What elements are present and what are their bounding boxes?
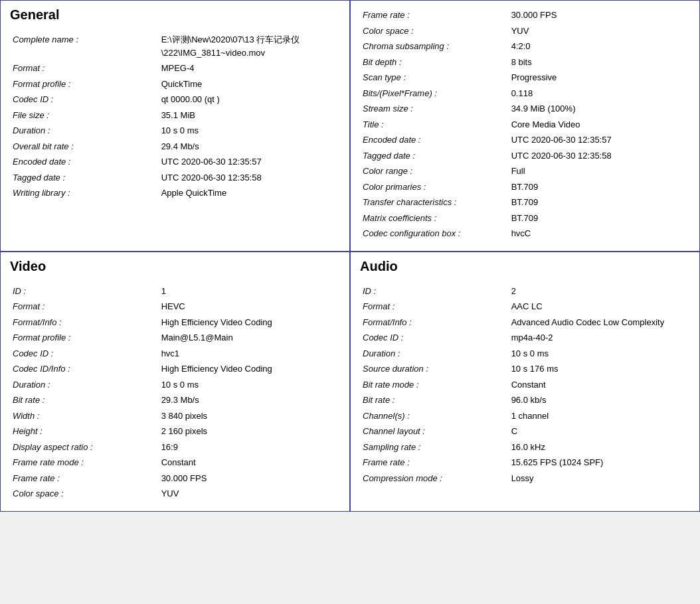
row-label: Bit rate mode :: [360, 377, 509, 393]
row-value: UTC 2020-06-30 12:35:57: [159, 154, 340, 170]
row-value: UTC 2020-06-30 12:35:58: [159, 170, 340, 186]
row-label: Format/Info :: [360, 315, 509, 331]
row-label: Tagged date :: [10, 170, 159, 186]
row-label: Source duration :: [360, 361, 509, 377]
table-row: Complete name :E:\评测\New\2020\07\13 行车记录…: [10, 32, 340, 60]
video-extra-table: Frame rate :30.000 FPSColor space :YUVCh…: [360, 7, 690, 242]
video-table: ID :1Format :HEVCFormat/Info :High Effic…: [10, 283, 340, 502]
row-label: Bit depth :: [360, 54, 509, 70]
row-label: Color space :: [10, 486, 159, 502]
table-row: Bits/(Pixel*Frame) :0.118: [360, 86, 690, 102]
table-row: Duration :10 s 0 ms: [360, 346, 690, 362]
audio-title: Audio: [360, 259, 690, 277]
row-label: Codec ID/Info :: [10, 361, 159, 377]
table-row: Channel(s) :1 channel: [360, 408, 690, 424]
row-label: Scan type :: [360, 70, 509, 86]
row-value: hvc1: [159, 346, 340, 362]
row-label: Bit rate :: [360, 392, 509, 408]
row-label: Frame rate mode :: [10, 455, 159, 471]
row-label: ID :: [360, 283, 509, 299]
row-label: Width :: [10, 408, 159, 424]
row-label: Duration :: [10, 377, 159, 393]
table-row: Encoded date :UTC 2020-06-30 12:35:57: [360, 132, 690, 148]
video-title: Video: [10, 259, 340, 277]
row-value: High Efficiency Video Coding: [159, 315, 340, 331]
table-row: Channel layout :C: [360, 423, 690, 439]
table-row: Codec ID :qt 0000.00 (qt ): [10, 92, 340, 108]
row-value: 2 160 pixels: [159, 423, 340, 439]
row-value: High Efficiency Video Coding: [159, 361, 340, 377]
table-row: Duration :10 s 0 ms: [10, 123, 340, 139]
row-label: Color primaries :: [360, 179, 509, 195]
row-value: UTC 2020-06-30 12:35:57: [509, 132, 690, 148]
table-row: Bit rate :29.3 Mb/s: [10, 392, 340, 408]
table-row: Format/Info :High Efficiency Video Codin…: [10, 315, 340, 331]
row-label: ID :: [10, 283, 159, 299]
row-label: Height :: [10, 423, 159, 439]
table-row: Writing library :Apple QuickTime: [10, 185, 340, 201]
row-value: Apple QuickTime: [159, 185, 340, 201]
row-label: Format profile :: [10, 76, 159, 92]
general-table: Complete name :E:\评测\New\2020\07\13 行车记录…: [10, 32, 340, 201]
table-row: ID :1: [10, 283, 340, 299]
row-value: Full: [509, 163, 690, 179]
row-label: Sampling rate :: [360, 439, 509, 455]
table-row: Duration :10 s 0 ms: [10, 377, 340, 393]
row-value: 10 s 0 ms: [159, 123, 340, 139]
row-value: HEVC: [159, 299, 340, 315]
row-value: 1: [159, 283, 340, 299]
table-row: Bit rate mode :Constant: [360, 377, 690, 393]
row-label: File size :: [10, 108, 159, 123]
row-label: Matrix coefficients :: [360, 210, 509, 226]
table-row: Stream size :34.9 MiB (100%): [360, 101, 690, 117]
row-value: Main@L5.1@Main: [159, 330, 340, 346]
table-row: Scan type :Progressive: [360, 70, 690, 86]
row-label: Format :: [360, 299, 509, 315]
row-value: YUV: [509, 23, 690, 39]
audio-panel: Audio ID :2Format :AAC LCFormat/Info :Ad…: [350, 252, 700, 512]
row-value: 10 s 0 ms: [509, 346, 690, 362]
row-value: BT.709: [509, 210, 690, 226]
table-row: Bit depth :8 bits: [360, 54, 690, 70]
table-row: Format :MPEG-4: [10, 60, 340, 76]
row-label: Channel layout :: [360, 423, 509, 439]
table-row: Frame rate :30.000 FPS: [10, 471, 340, 487]
table-row: Transfer characteristics :BT.709: [360, 194, 690, 210]
video-extra-panel: Frame rate :30.000 FPSColor space :YUVCh…: [350, 0, 700, 252]
row-value: 96.0 kb/s: [509, 392, 690, 408]
row-label: Codec configuration box :: [360, 226, 509, 242]
row-value: AAC LC: [509, 299, 690, 315]
table-row: Color range :Full: [360, 163, 690, 179]
row-label: Format :: [10, 299, 159, 315]
row-label: Complete name :: [10, 32, 159, 60]
row-value: 16.0 kHz: [509, 439, 690, 455]
row-label: Codec ID :: [10, 346, 159, 362]
row-label: Frame rate :: [10, 471, 159, 487]
row-value: 35.1 MiB: [159, 108, 340, 123]
row-label: Channel(s) :: [360, 408, 509, 424]
row-value: hvcC: [509, 226, 690, 242]
table-row: Color primaries :BT.709: [360, 179, 690, 195]
table-row: Display aspect ratio :16:9: [10, 439, 340, 455]
row-value: 16:9: [159, 439, 340, 455]
table-row: Matrix coefficients :BT.709: [360, 210, 690, 226]
row-label: Frame rate :: [360, 455, 509, 471]
row-value: 0.118: [509, 86, 690, 102]
table-row: Format :AAC LC: [360, 299, 690, 315]
row-label: Compression mode :: [360, 471, 509, 487]
row-label: Format :: [10, 60, 159, 76]
row-value: 30.000 FPS: [159, 471, 340, 487]
table-row: Codec configuration box :hvcC: [360, 226, 690, 242]
row-value: BT.709: [509, 179, 690, 195]
row-value: 2: [509, 283, 690, 299]
row-value: Advanced Audio Codec Low Complexity: [509, 315, 690, 331]
row-value: BT.709: [509, 194, 690, 210]
row-label: Bit rate :: [10, 392, 159, 408]
general-panel: General Complete name :E:\评测\New\2020\07…: [0, 0, 350, 252]
row-label: Encoded date :: [10, 154, 159, 170]
row-value: UTC 2020-06-30 12:35:58: [509, 148, 690, 164]
table-row: Tagged date :UTC 2020-06-30 12:35:58: [360, 148, 690, 164]
row-label: Frame rate :: [360, 7, 509, 23]
row-label: Duration :: [10, 123, 159, 139]
table-row: Source duration :10 s 176 ms: [360, 361, 690, 377]
